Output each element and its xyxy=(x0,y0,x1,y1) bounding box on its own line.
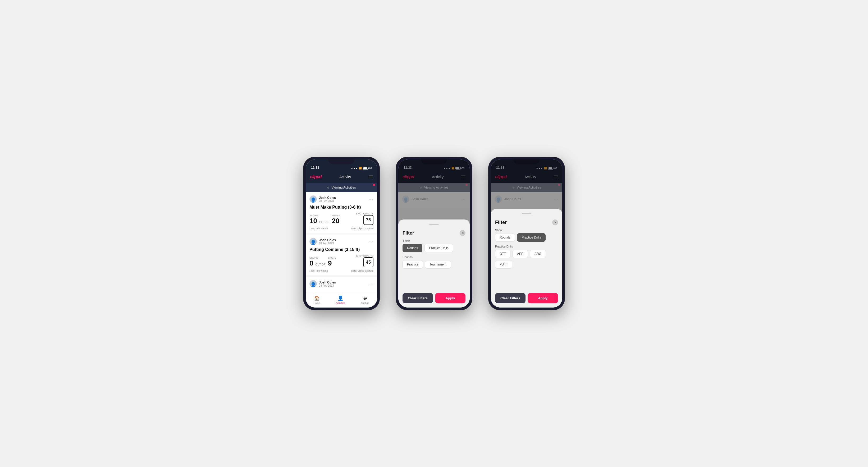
card-header-1: 👤 Josh Coles 28 Feb 2023 ··· xyxy=(309,195,373,203)
shot-quality-num-1: 75 xyxy=(366,218,371,222)
phone-inner-3: 11:33 ▲▲▲ 📶 83 clippd Activity xyxy=(491,159,562,308)
score-label-1: Score xyxy=(309,214,330,217)
dimmed-bg-2 xyxy=(398,159,470,219)
status-icons: ▲▲▲ 📶 83 xyxy=(351,167,372,169)
avatar-1: 👤 xyxy=(309,195,317,203)
close-button-2[interactable]: ✕ xyxy=(460,230,465,236)
nav-activities[interactable]: 👤 Activities xyxy=(336,295,345,304)
arg-button-3[interactable]: ARG xyxy=(530,250,546,258)
ott-button-3[interactable]: OTT xyxy=(495,250,510,258)
show-buttons-2: Rounds Practice Drills xyxy=(403,244,465,252)
modal-handle-3 xyxy=(522,213,531,214)
activities-icon: 👤 xyxy=(338,295,343,301)
score-label-2: Score xyxy=(309,256,327,259)
user-name-1: Josh Coles xyxy=(319,196,336,200)
battery-fill xyxy=(363,167,367,169)
app-title: Activity xyxy=(339,175,351,179)
more-options-3[interactable]: ··· xyxy=(369,282,373,286)
rounds-button-2[interactable]: Rounds xyxy=(403,244,422,252)
show-label-2: Show xyxy=(403,239,465,242)
apply-button-2[interactable]: Apply xyxy=(435,293,465,303)
user-details-3: Josh Coles 28 Feb 2023 xyxy=(319,281,336,287)
show-buttons-3: Rounds Practice Drills xyxy=(495,233,558,242)
shots-label-2: Shots xyxy=(328,256,336,259)
phone-3: 11:33 ▲▲▲ 📶 83 clippd Activity xyxy=(488,157,565,310)
battery-label: 83 xyxy=(369,167,372,169)
modal-header-2: Filter ✕ xyxy=(403,230,465,236)
battery-icon xyxy=(363,167,368,169)
bottom-nav: 🏠 Home 👤 Activities ⊕ Capture xyxy=(306,293,377,308)
shots-value-1: 20 xyxy=(332,217,340,225)
user-date-3: 28 Feb 2023 xyxy=(319,284,336,287)
shot-quality-badge-2: 45 xyxy=(363,257,373,267)
viewing-activities-text: Viewing Activities xyxy=(332,186,356,189)
status-time: 11:33 xyxy=(311,166,319,169)
close-button-3[interactable]: ✕ xyxy=(552,219,558,225)
more-options-1[interactable]: ··· xyxy=(369,197,373,201)
modal-title-2: Filter xyxy=(403,230,414,236)
rounds-button-3[interactable]: Rounds xyxy=(495,233,515,242)
user-date-1: 28 Feb 2023 xyxy=(319,200,336,203)
card-footer-2: ℹ Test Information Data: Clippd Capture xyxy=(309,270,373,272)
apply-button-3[interactable]: Apply xyxy=(528,293,558,303)
phone-1: 11:33 ▲▲▲ 📶 83 clippd Activity xyxy=(303,157,380,310)
filter-modal-3: Filter ✕ Show Rounds Practice Drills Pra… xyxy=(491,209,562,308)
user-details-2: Josh Coles 28 Feb 2023 xyxy=(319,238,336,245)
user-name-3: Josh Coles xyxy=(319,281,336,284)
stats-row-1: Score 10 OUT OF Shots 20 Shot Quality xyxy=(309,212,373,225)
app-header: clippd Activity xyxy=(306,171,377,183)
activity-title-2: Putting Combine (3-15 ft) xyxy=(309,247,373,252)
user-name-2: Josh Coles xyxy=(319,238,336,242)
data-source-1: Data: Clippd Capture xyxy=(351,227,373,230)
nav-home[interactable]: 🏠 Home xyxy=(314,295,320,304)
nav-capture[interactable]: ⊕ Capture xyxy=(361,295,369,304)
card-header-2: 👤 Josh Coles 28 Feb 2023 ··· xyxy=(309,238,373,245)
hamburger-menu[interactable] xyxy=(369,176,373,179)
activity-card-3: 👤 Josh Coles 28 Feb 2023 ··· xyxy=(306,277,377,293)
score-value-2: 0 xyxy=(309,259,313,267)
practice-drills-section-3: Practice Drills OTT APP ARG PUTT xyxy=(495,245,558,269)
notification-dot xyxy=(373,184,375,186)
activity-list: 👤 Josh Coles 28 Feb 2023 ··· Must Make P… xyxy=(306,192,377,293)
activity-title-1: Must Make Putting (3-6 ft) xyxy=(309,205,373,210)
home-icon: 🏠 xyxy=(314,295,320,301)
shots-label-1: Shots xyxy=(332,214,340,217)
shots-value-2: 9 xyxy=(328,259,336,267)
clear-filters-button-2[interactable]: Clear Filters xyxy=(403,293,433,303)
avatar-3: 👤 xyxy=(309,280,317,287)
clear-filters-button-3[interactable]: Clear Filters xyxy=(495,293,526,303)
modal-title-3: Filter xyxy=(495,220,507,225)
out-of-1: OUT OF xyxy=(319,221,329,224)
test-info-1: ℹ Test Information xyxy=(309,227,328,230)
tournament-button-2[interactable]: Tournament xyxy=(425,260,451,269)
putt-button-3[interactable]: PUTT xyxy=(495,260,512,269)
filter-settings-icon: ⚙ xyxy=(327,186,330,189)
score-value-1: 10 xyxy=(309,217,317,225)
activity-card-1: 👤 Josh Coles 28 Feb 2023 ··· Must Make P… xyxy=(306,192,377,235)
user-info-3: 👤 Josh Coles 28 Feb 2023 xyxy=(309,280,336,287)
user-info-1: 👤 Josh Coles 28 Feb 2023 xyxy=(309,195,336,203)
modal-actions-3: Clear Filters Apply xyxy=(495,293,558,303)
modal-header-3: Filter ✕ xyxy=(495,219,558,225)
show-label-3: Show xyxy=(495,228,558,232)
show-section-3: Show Rounds Practice Drills xyxy=(495,228,558,242)
capture-icon: ⊕ xyxy=(363,295,367,301)
filter-overlay-2: Filter ✕ Show Rounds Practice Drills Rou… xyxy=(398,159,470,308)
avatar-2: 👤 xyxy=(309,238,317,245)
show-section-2: Show Rounds Practice Drills xyxy=(403,239,465,252)
modal-handle-2 xyxy=(429,224,439,225)
practice-button-2[interactable]: Practice xyxy=(403,260,423,269)
user-info-2: 👤 Josh Coles 28 Feb 2023 xyxy=(309,238,336,245)
phone-2: 11:33 ▲▲▲ 📶 83 clippd Activity xyxy=(396,157,472,310)
practice-drills-button-3[interactable]: Practice Drills xyxy=(517,233,545,242)
modal-actions-2: Clear Filters Apply xyxy=(403,293,465,303)
scene: 11:33 ▲▲▲ 📶 83 clippd Activity xyxy=(287,141,581,326)
filter-overlay-3: Filter ✕ Show Rounds Practice Drills Pra… xyxy=(491,159,562,308)
user-date-2: 28 Feb 2023 xyxy=(319,242,336,245)
app-button-3[interactable]: APP xyxy=(513,250,528,258)
practice-drills-button-2[interactable]: Practice Drills xyxy=(425,244,453,252)
practice-drills-label-3: Practice Drills xyxy=(495,245,558,248)
home-label: Home xyxy=(314,302,320,304)
more-options-2[interactable]: ··· xyxy=(369,239,373,244)
viewing-activities-banner[interactable]: ⚙ Viewing Activities xyxy=(306,183,377,192)
